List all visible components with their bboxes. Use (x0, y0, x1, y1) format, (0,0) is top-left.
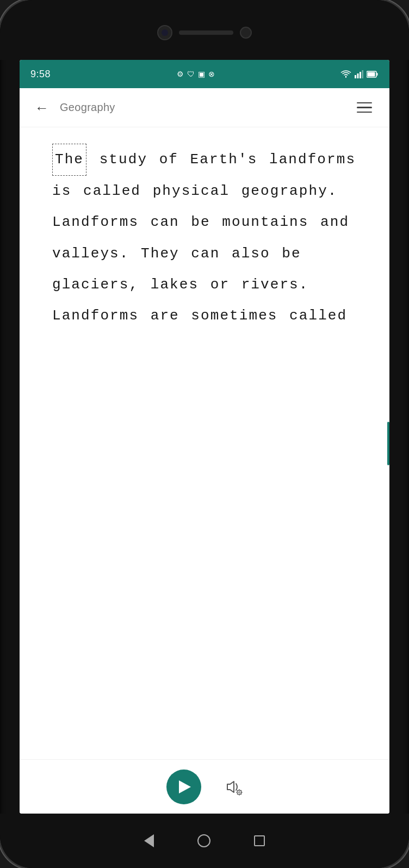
svg-rect-5 (376, 73, 377, 76)
front-camera (157, 25, 172, 40)
svg-line-16 (241, 790, 241, 791)
signal-icon (355, 70, 363, 78)
sim-icon: ▣ (198, 70, 205, 78)
nav-home-button[interactable] (197, 834, 210, 847)
play-button[interactable] (166, 769, 201, 804)
bottom-controls (20, 759, 389, 814)
phone-nav-bar (0, 814, 409, 868)
svg-point-8 (239, 791, 240, 793)
svg-rect-3 (362, 70, 363, 78)
phone-device: 9:58 ⚙ 🛡 ▣ ⊗ (0, 0, 409, 868)
shield-icon: 🛡 (187, 70, 195, 78)
phone-screen: 9:58 ⚙ 🛡 ▣ ⊗ (20, 60, 389, 814)
status-bar: 9:58 ⚙ 🛡 ▣ ⊗ (20, 60, 389, 88)
accessibility-icon: ⊗ (208, 70, 215, 78)
hamburger-line-2 (357, 107, 372, 108)
svg-rect-0 (355, 75, 356, 78)
svg-rect-2 (360, 72, 361, 78)
text-body: study of Earth's landforms is called phy… (52, 151, 356, 324)
hamburger-line-3 (357, 112, 372, 113)
svg-line-13 (237, 790, 238, 791)
sensor (240, 27, 252, 39)
menu-button[interactable] (352, 98, 376, 118)
speaker (179, 30, 233, 35)
svg-rect-6 (367, 72, 375, 76)
back-arrow-icon: ← (35, 101, 49, 115)
battery-icon (367, 71, 379, 78)
svg-rect-1 (357, 73, 358, 78)
nav-back-icon (144, 834, 154, 847)
highlighted-word: The (52, 144, 86, 176)
svg-point-7 (237, 790, 241, 795)
svg-line-15 (237, 793, 238, 794)
play-icon (179, 780, 191, 793)
toolbar: ← Geography (20, 88, 389, 127)
reading-content: The study of Earth's landforms is called… (20, 127, 389, 759)
phone-top-bezel (0, 0, 409, 60)
nav-recents-button[interactable] (254, 835, 265, 846)
reading-text: The study of Earth's landforms is called… (52, 144, 368, 331)
nav-home-icon (197, 834, 210, 847)
status-time: 9:58 (30, 69, 51, 80)
hamburger-line-1 (357, 102, 372, 104)
scroll-indicator (387, 422, 389, 465)
status-icons-left: ⚙ 🛡 ▣ ⊗ (177, 70, 215, 78)
audio-settings-button[interactable] (223, 777, 243, 797)
wifi-icon (340, 70, 351, 78)
status-right-icons (340, 70, 379, 78)
back-button[interactable]: ← (33, 99, 51, 117)
nav-recents-icon (254, 835, 265, 846)
volume-settings-icon (223, 777, 243, 797)
gear-icon: ⚙ (177, 70, 184, 78)
nav-back-button[interactable] (144, 834, 154, 847)
page-title: Geography (60, 101, 115, 114)
svg-line-14 (241, 793, 241, 794)
